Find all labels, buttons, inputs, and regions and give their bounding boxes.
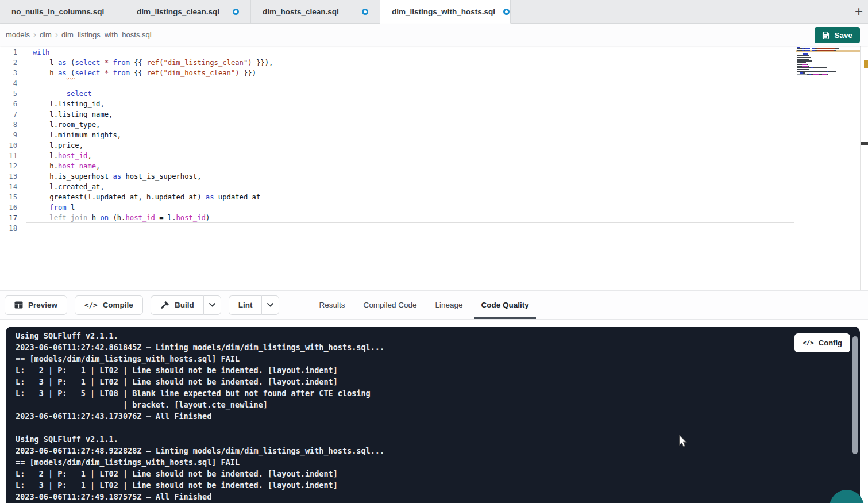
minimap-line [797,64,808,65]
line-number: 3 [0,68,17,78]
code-line [33,78,273,89]
tab-code-quality[interactable]: Code Quality [474,291,536,319]
save-icon [822,32,830,39]
terminal-output: Using SQLFluff v2.1.1. 2023-06-06T11:27:… [6,327,860,502]
minimap-line [797,71,836,72]
config-label: Config [819,339,842,347]
hammer-icon [160,301,169,310]
tab-compiled-code[interactable]: Compiled Code [356,291,423,319]
tab-results[interactable]: Results [312,291,352,319]
breadcrumb-separator-icon: › [33,29,36,39]
code-line: from l [33,202,273,213]
tab-dim-hosts-clean[interactable]: dim_hosts_clean.sql [251,0,380,24]
tab-label: no_nulls_in_columns.sql [11,7,104,16]
minimap-line [797,60,812,62]
minimap-line [797,53,808,55]
tab-label: Lineage [435,301,462,309]
code-line: h.host_name, [33,161,273,171]
lint-output-terminal[interactable]: Using SQLFluff v2.1.1. 2023-06-06T11:27:… [6,327,860,503]
tab-dim-listings-with-hosts[interactable]: dim_listings_with_hosts.sql [380,0,511,24]
modified-dot-icon [503,9,510,15]
code-line [33,223,273,233]
code-line: select [33,89,273,99]
breadcrumb-bar: models › dim › dim_listings_with_hosts.s… [0,24,868,46]
code-line: left join h on (h.host_id = l.host_id) [33,213,273,223]
tab-dim-listings-clean[interactable]: dim_listings_clean.sql [125,0,251,24]
code-line: greatest(l.updated_at, h.updated_at) as … [33,192,273,202]
code-line: l.host_id, [33,151,273,161]
build-label: Build [175,301,194,309]
code-content[interactable]: with l as (select * from {{ ref("dim_lis… [33,47,273,233]
save-label: Save [834,31,852,40]
line-number: 18 [0,223,17,233]
code-line: l as (select * from {{ ref("dim_listings… [33,57,273,68]
build-button-group: Build [151,295,221,315]
chevron-down-icon [209,303,215,307]
line-number: 16 [0,202,17,213]
line-number: 14 [0,182,17,192]
config-button[interactable]: </> Config [794,333,850,352]
code-editor[interactable]: 123456789101112131415161718 with l as (s… [0,46,868,290]
tab-label: dim_listings_clean.sql [137,7,219,16]
minimap-line [797,74,828,75]
tab-label: Compiled Code [363,301,416,309]
tab-strip: no_nulls_in_columns.sql dim_listings_cle… [0,0,868,24]
line-number: 1 [0,47,17,57]
minimap-line [797,59,809,60]
minimap-line [797,55,809,56]
editor-toolbar: Preview </> Compile Build Lint [0,290,868,320]
table-icon [14,301,23,309]
code-line: with [33,47,273,57]
line-number: 6 [0,99,17,109]
minimap-line [797,47,800,48]
breadcrumb-item-dim[interactable]: dim [40,30,52,39]
new-tab-button[interactable]: + [855,5,863,18]
code-line: l.minimum_nights, [33,130,273,140]
line-number: 2 [0,57,17,68]
line-number: 5 [0,89,17,99]
lint-dropdown-button[interactable] [261,295,279,315]
minimap-line [797,50,836,51]
tab-strip-filler: + [511,0,868,24]
tab-label: Code Quality [481,301,529,309]
breadcrumb-item-models[interactable]: models [6,30,30,39]
modified-dot-icon [362,9,368,15]
minimap-line [797,62,806,63]
tab-no-nulls-in-columns[interactable]: no_nulls_in_columns.sql [0,0,125,24]
tab-label: dim_hosts_clean.sql [263,7,339,16]
line-number: 7 [0,109,17,120]
line-number: 9 [0,130,17,140]
minimap[interactable] [796,47,860,80]
code-line: h.is_superhost as host_is_superhost, [33,171,273,182]
minimap-line [797,57,811,58]
compile-label: Compile [103,301,133,309]
code-line: l.price, [33,140,273,151]
breadcrumb-item-file: dim_listings_with_hosts.sql [61,30,152,39]
lint-button-group: Lint [229,295,280,315]
build-button[interactable]: Build [151,295,203,315]
compile-button[interactable]: </> Compile [75,295,143,315]
tab-lineage[interactable]: Lineage [428,291,469,319]
code-line: l.created_at, [33,182,273,192]
minimap-line [797,72,805,74]
build-dropdown-button[interactable] [203,295,221,315]
code-line: l.listing_id, [33,99,273,109]
minimap-line [797,66,809,67]
lint-button[interactable]: Lint [229,295,262,315]
save-button[interactable]: Save [815,27,860,43]
minimap-line [797,67,827,68]
lint-label: Lint [238,301,253,309]
terminal-scrollbar[interactable] [852,336,858,454]
code-line: l.room_type, [33,120,273,130]
overview-ruler[interactable] [860,46,868,290]
line-number: 8 [0,120,17,130]
preview-label: Preview [28,301,57,309]
result-panel-tabs: Results Compiled Code Lineage Code Quali… [312,291,535,319]
modified-dot-icon [233,9,239,15]
warning-marker [864,60,868,68]
tab-label: Results [319,301,345,309]
chevron-down-icon [267,303,273,307]
code-line: l.listing_name, [33,109,273,120]
code-icon: </> [803,339,814,347]
preview-button[interactable]: Preview [5,295,67,315]
